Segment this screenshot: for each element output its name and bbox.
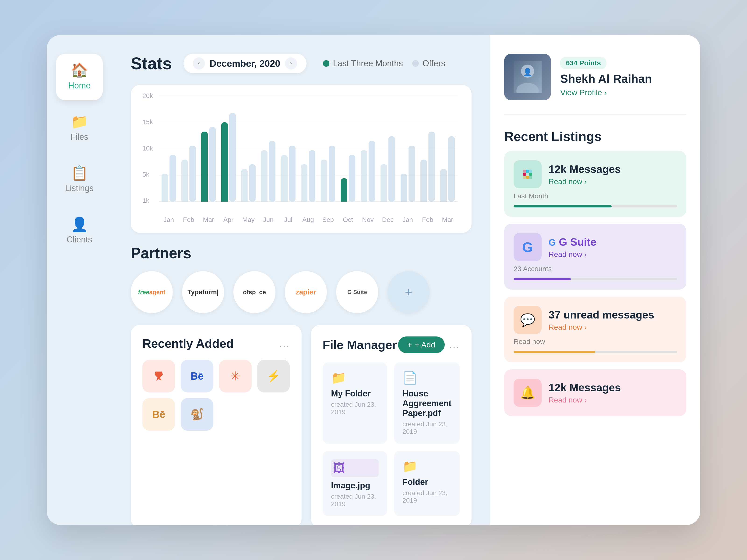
partner-zapier[interactable]: zapier bbox=[285, 271, 327, 313]
x-label-Jan: Jan bbox=[159, 213, 179, 223]
x-label-Dec: Dec bbox=[378, 213, 398, 223]
bar-secondary-Aug bbox=[309, 150, 315, 202]
bar-secondary-Feb bbox=[189, 145, 196, 202]
partner-ofspace[interactable]: ofsp_ce bbox=[233, 271, 276, 313]
add-partner-button[interactable]: + bbox=[387, 271, 430, 313]
bar-group-Dec bbox=[378, 136, 398, 202]
file-manager-more-button[interactable]: ... bbox=[449, 340, 460, 350]
add-label: + Add bbox=[415, 340, 435, 349]
listing-link-slack[interactable]: Read now › bbox=[548, 177, 621, 186]
recent-listings: Recent Listings bbox=[504, 129, 686, 416]
legend-last-three-months-label: Last Three Months bbox=[333, 59, 403, 69]
bar-primary-Feb bbox=[420, 160, 427, 202]
app-icon-zendesk[interactable]: ⚡ bbox=[257, 360, 290, 393]
x-label-Nov: Nov bbox=[358, 213, 378, 223]
avatar: 👤 bbox=[504, 54, 551, 100]
listing-icon-gsuite: G bbox=[514, 233, 542, 261]
bar-secondary-May bbox=[249, 164, 256, 202]
date-prev-button[interactable]: ‹ bbox=[193, 57, 205, 70]
sidebar-item-files[interactable]: 📁 Files bbox=[56, 105, 103, 152]
file-card-image[interactable]: 🖼 Image.jpg created Jun 23, 2019 bbox=[323, 451, 387, 516]
listing-sub-gsuite: 23 Accounts bbox=[514, 265, 677, 273]
listing-cards: 12k Messages Read now › Last Month G bbox=[504, 151, 686, 416]
legend-offers-label: Offers bbox=[422, 59, 445, 69]
app-icon-mailchimp[interactable]: 🐒 bbox=[181, 398, 213, 431]
sidebar-item-clients[interactable]: 👤 Clients bbox=[56, 208, 103, 254]
file-manager-header: File Manager + + Add ... bbox=[323, 337, 460, 353]
bar-group-Oct bbox=[338, 155, 358, 202]
listing-link-messages[interactable]: Read now › bbox=[548, 323, 654, 331]
bar-group-Feb bbox=[179, 145, 199, 202]
svg-rect-11 bbox=[523, 176, 526, 179]
chart-label-5k: 5k bbox=[143, 171, 149, 178]
listing-link-gsuite[interactable]: Read now › bbox=[548, 250, 596, 259]
partner-gsuite[interactable]: G Suite bbox=[336, 271, 378, 313]
partner-freeagent[interactable]: freeagent bbox=[131, 271, 173, 313]
folder2-icon: 📁 bbox=[403, 459, 452, 474]
x-label-Jul: Jul bbox=[278, 213, 298, 223]
app-icon-asterisk[interactable]: ✳ bbox=[219, 360, 252, 393]
listing-card-gsuite[interactable]: G G G Suite Read now › 23 Accounts bbox=[504, 224, 686, 290]
sidebar-item-files-label: Files bbox=[71, 132, 88, 142]
bar-primary-Jan bbox=[401, 174, 407, 202]
bar-group-Mar bbox=[199, 127, 218, 202]
stats-section: Stats ‹ December, 2020 › Last Three Mont… bbox=[131, 54, 471, 233]
listing-sub-messages: Read now bbox=[514, 338, 677, 346]
file-add-button[interactable]: + + Add bbox=[398, 337, 445, 353]
sidebar-item-home[interactable]: 🏠 Home bbox=[56, 54, 103, 100]
file-card-my-folder[interactable]: 📁 My Folder created Jun 23, 2019 bbox=[323, 363, 387, 444]
listing-card-messages[interactable]: 💬 37 unread messages Read now › Read now bbox=[504, 297, 686, 363]
recently-added-more-button[interactable]: ... bbox=[279, 338, 290, 349]
bar-primary-Jun bbox=[261, 150, 267, 202]
partners-section: Partners freeagent Typeform| ofsp_ce zap… bbox=[131, 244, 471, 313]
x-label-Apr: Apr bbox=[218, 213, 238, 223]
partner-typeform[interactable]: Typeform| bbox=[182, 271, 224, 313]
app-icon-foursquare[interactable] bbox=[143, 360, 175, 393]
files-icon: 📁 bbox=[71, 115, 88, 129]
date-navigator: ‹ December, 2020 › bbox=[183, 54, 306, 73]
chart-label-15k: 15k bbox=[143, 118, 153, 126]
listing-progress-fill-gsuite bbox=[514, 278, 571, 280]
sidebar: 🏠 Home 📁 Files 📋 Listings 👤 Clients bbox=[47, 35, 112, 525]
date-next-button[interactable]: › bbox=[285, 57, 297, 70]
file-card-folder2[interactable]: 📁 Folder created Jun 23, 2019 bbox=[394, 451, 460, 516]
file-grid: 📁 My Folder created Jun 23, 2019 📄 House… bbox=[323, 363, 460, 516]
listing-progress-fill-slack bbox=[514, 205, 612, 208]
listing-icon-slack bbox=[514, 160, 542, 188]
view-profile-link[interactable]: View Profile › bbox=[560, 88, 607, 97]
listing-text-slack: 12k Messages Read now › bbox=[548, 163, 621, 186]
listing-icon-messages2: 🔔 bbox=[514, 379, 542, 407]
legend-offers: Offers bbox=[412, 59, 445, 69]
listing-card-messages2[interactable]: 🔔 12k Messages Read now › bbox=[504, 369, 686, 416]
bar-group-Sep bbox=[318, 145, 338, 202]
app-icon-behance[interactable]: Bē bbox=[181, 360, 213, 393]
bar-secondary-Mar bbox=[448, 136, 455, 202]
file-date-my-folder: created Jun 23, 2019 bbox=[331, 401, 379, 416]
partners-list: freeagent Typeform| ofsp_ce zapier G Sui… bbox=[131, 271, 471, 313]
listing-top-gsuite: G G G Suite Read now › bbox=[514, 233, 677, 261]
bar-primary-Jul bbox=[281, 155, 288, 202]
profile-section: 👤 634 Points Shekh Al Raihan View Profil… bbox=[504, 54, 686, 100]
recent-listings-title: Recent Listings bbox=[504, 129, 686, 144]
app-grid: Bē ✳ ⚡ Bē 🐒 bbox=[143, 360, 290, 431]
sidebar-item-listings[interactable]: 📋 Listings bbox=[56, 156, 103, 203]
bar-group-May bbox=[238, 164, 258, 202]
profile-info: 634 Points Shekh Al Raihan View Profile … bbox=[560, 57, 652, 97]
bar-primary-Oct bbox=[341, 178, 347, 202]
listings-icon: 📋 bbox=[71, 166, 88, 180]
listing-card-slack[interactable]: 12k Messages Read now › Last Month bbox=[504, 151, 686, 217]
file-card-agreement[interactable]: 📄 House Aggreement Paper.pdf created Jun… bbox=[394, 363, 460, 444]
stats-header: Stats ‹ December, 2020 › Last Three Mont… bbox=[131, 54, 471, 73]
x-label-Aug: Aug bbox=[298, 213, 318, 223]
listing-name-messages: 37 unread messages bbox=[548, 309, 654, 321]
listing-progress-messages bbox=[514, 351, 677, 353]
svg-rect-4 bbox=[523, 173, 526, 176]
bars-container bbox=[159, 97, 458, 202]
app-icon-behance2[interactable]: Bē bbox=[143, 398, 175, 431]
partners-title: Partners bbox=[131, 244, 471, 262]
bar-primary-Sep bbox=[321, 160, 327, 202]
chart-label-10k: 10k bbox=[143, 145, 153, 152]
recently-added-section: Recently Added ... Bē ✳ ⚡ Bē 🐒 bbox=[131, 325, 302, 525]
listing-link-messages2[interactable]: Read now › bbox=[548, 396, 621, 404]
file-date-image: created Jun 23, 2019 bbox=[331, 493, 379, 508]
